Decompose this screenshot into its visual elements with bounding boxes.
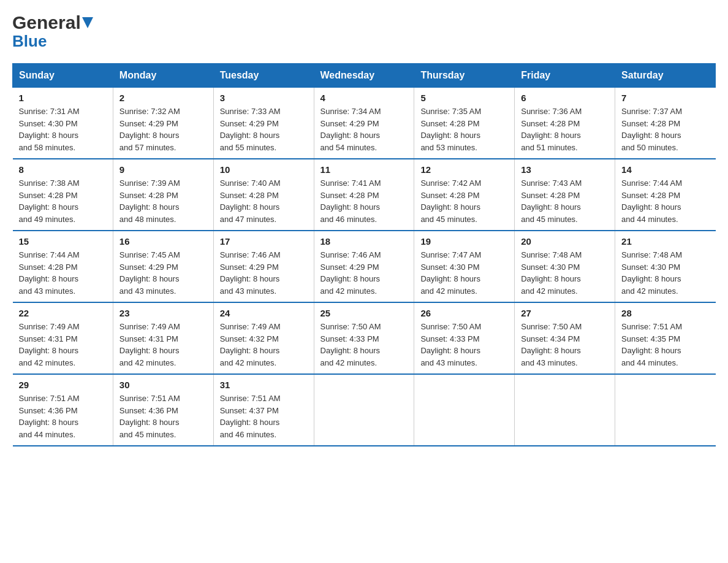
calendar-cell — [414, 374, 515, 446]
calendar-cell: 17 Sunrise: 7:46 AM Sunset: 4:29 PM Dayl… — [213, 231, 314, 302]
day-number: 12 — [420, 164, 508, 175]
calendar-cell: 16 Sunrise: 7:45 AM Sunset: 4:29 PM Dayl… — [113, 231, 213, 302]
day-number: 29 — [19, 380, 107, 390]
calendar-cell: 2 Sunrise: 7:32 AM Sunset: 4:29 PM Dayli… — [113, 88, 213, 159]
calendar-body: 1 Sunrise: 7:31 AM Sunset: 4:30 PM Dayli… — [13, 88, 716, 446]
day-info: Sunrise: 7:50 AM Sunset: 4:33 PM Dayligh… — [420, 322, 481, 367]
day-number: 16 — [119, 236, 207, 247]
calendar-cell: 27 Sunrise: 7:50 AM Sunset: 4:34 PM Dayl… — [515, 302, 615, 374]
day-header-friday: Friday — [515, 64, 615, 88]
day-number: 7 — [621, 93, 709, 103]
calendar-cell: 22 Sunrise: 7:49 AM Sunset: 4:31 PM Dayl… — [13, 302, 113, 374]
week-row-3: 15 Sunrise: 7:44 AM Sunset: 4:28 PM Dayl… — [13, 231, 716, 302]
day-number: 27 — [521, 308, 609, 318]
calendar-cell: 5 Sunrise: 7:35 AM Sunset: 4:28 PM Dayli… — [414, 88, 515, 159]
logo: General Blue — [12, 12, 93, 51]
logo-general-text: General — [12, 12, 81, 33]
calendar-cell: 20 Sunrise: 7:48 AM Sunset: 4:30 PM Dayl… — [515, 231, 615, 302]
logo-blue-text: Blue — [12, 32, 47, 51]
day-number: 23 — [119, 308, 207, 318]
page-header: General Blue — [12, 12, 716, 51]
week-row-1: 1 Sunrise: 7:31 AM Sunset: 4:30 PM Dayli… — [13, 88, 716, 159]
day-number: 30 — [119, 380, 207, 390]
day-info: Sunrise: 7:40 AM Sunset: 4:28 PM Dayligh… — [220, 178, 281, 224]
day-info: Sunrise: 7:38 AM Sunset: 4:28 PM Dayligh… — [19, 178, 80, 224]
day-info: Sunrise: 7:45 AM Sunset: 4:29 PM Dayligh… — [119, 250, 180, 296]
calendar-cell: 26 Sunrise: 7:50 AM Sunset: 4:33 PM Dayl… — [414, 302, 515, 374]
day-info: Sunrise: 7:44 AM Sunset: 4:28 PM Dayligh… — [621, 178, 682, 224]
day-number: 9 — [119, 164, 207, 175]
day-info: Sunrise: 7:51 AM Sunset: 4:37 PM Dayligh… — [220, 394, 281, 439]
day-number: 10 — [220, 164, 308, 175]
day-info: Sunrise: 7:51 AM Sunset: 4:36 PM Dayligh… — [119, 394, 180, 439]
day-info: Sunrise: 7:49 AM Sunset: 4:31 PM Dayligh… — [19, 322, 80, 367]
calendar-cell: 25 Sunrise: 7:50 AM Sunset: 4:33 PM Dayl… — [314, 302, 414, 374]
calendar-cell: 15 Sunrise: 7:44 AM Sunset: 4:28 PM Dayl… — [13, 231, 113, 302]
svg-marker-0 — [82, 17, 93, 28]
day-info: Sunrise: 7:35 AM Sunset: 4:28 PM Dayligh… — [420, 107, 481, 152]
day-info: Sunrise: 7:37 AM Sunset: 4:28 PM Dayligh… — [621, 107, 682, 152]
calendar-cell: 6 Sunrise: 7:36 AM Sunset: 4:28 PM Dayli… — [515, 88, 615, 159]
calendar-cell: 21 Sunrise: 7:48 AM Sunset: 4:30 PM Dayl… — [615, 231, 716, 302]
week-row-5: 29 Sunrise: 7:51 AM Sunset: 4:36 PM Dayl… — [13, 374, 716, 446]
day-info: Sunrise: 7:44 AM Sunset: 4:28 PM Dayligh… — [19, 250, 80, 296]
day-number: 17 — [220, 236, 308, 247]
calendar-cell: 11 Sunrise: 7:41 AM Sunset: 4:28 PM Dayl… — [314, 159, 414, 231]
day-header-wednesday: Wednesday — [314, 64, 414, 88]
day-info: Sunrise: 7:31 AM Sunset: 4:30 PM Dayligh… — [19, 107, 80, 152]
day-info: Sunrise: 7:50 AM Sunset: 4:34 PM Dayligh… — [521, 322, 582, 367]
calendar-cell: 29 Sunrise: 7:51 AM Sunset: 4:36 PM Dayl… — [13, 374, 113, 446]
calendar-cell: 9 Sunrise: 7:39 AM Sunset: 4:28 PM Dayli… — [113, 159, 213, 231]
day-number: 5 — [420, 93, 508, 103]
day-number: 28 — [621, 308, 709, 318]
day-header-tuesday: Tuesday — [213, 64, 314, 88]
day-number: 20 — [521, 236, 609, 247]
calendar-cell — [314, 374, 414, 446]
week-row-4: 22 Sunrise: 7:49 AM Sunset: 4:31 PM Dayl… — [13, 302, 716, 374]
calendar-cell: 19 Sunrise: 7:47 AM Sunset: 4:30 PM Dayl… — [414, 231, 515, 302]
day-number: 21 — [621, 236, 709, 247]
day-header-saturday: Saturday — [615, 64, 716, 88]
calendar-cell: 28 Sunrise: 7:51 AM Sunset: 4:35 PM Dayl… — [615, 302, 716, 374]
day-number: 26 — [420, 308, 508, 318]
calendar-header: SundayMondayTuesdayWednesdayThursdayFrid… — [13, 64, 716, 88]
day-info: Sunrise: 7:48 AM Sunset: 4:30 PM Dayligh… — [621, 250, 682, 296]
day-header-monday: Monday — [113, 64, 213, 88]
calendar-cell: 13 Sunrise: 7:43 AM Sunset: 4:28 PM Dayl… — [515, 159, 615, 231]
calendar-cell: 24 Sunrise: 7:49 AM Sunset: 4:32 PM Dayl… — [213, 302, 314, 374]
day-info: Sunrise: 7:36 AM Sunset: 4:28 PM Dayligh… — [521, 107, 582, 152]
day-info: Sunrise: 7:46 AM Sunset: 4:29 PM Dayligh… — [220, 250, 281, 296]
day-info: Sunrise: 7:46 AM Sunset: 4:29 PM Dayligh… — [320, 250, 381, 296]
day-info: Sunrise: 7:39 AM Sunset: 4:28 PM Dayligh… — [119, 178, 180, 224]
day-info: Sunrise: 7:50 AM Sunset: 4:33 PM Dayligh… — [320, 322, 381, 367]
day-number: 4 — [320, 93, 408, 103]
day-info: Sunrise: 7:41 AM Sunset: 4:28 PM Dayligh… — [320, 178, 381, 224]
day-info: Sunrise: 7:47 AM Sunset: 4:30 PM Dayligh… — [420, 250, 481, 296]
calendar-cell: 4 Sunrise: 7:34 AM Sunset: 4:29 PM Dayli… — [314, 88, 414, 159]
day-info: Sunrise: 7:34 AM Sunset: 4:29 PM Dayligh… — [320, 107, 381, 152]
day-info: Sunrise: 7:51 AM Sunset: 4:35 PM Dayligh… — [621, 322, 682, 367]
week-row-2: 8 Sunrise: 7:38 AM Sunset: 4:28 PM Dayli… — [13, 159, 716, 231]
calendar-cell: 31 Sunrise: 7:51 AM Sunset: 4:37 PM Dayl… — [213, 374, 314, 446]
days-of-week-row: SundayMondayTuesdayWednesdayThursdayFrid… — [13, 64, 716, 88]
day-number: 15 — [19, 236, 107, 247]
day-header-thursday: Thursday — [414, 64, 515, 88]
calendar-cell: 23 Sunrise: 7:49 AM Sunset: 4:31 PM Dayl… — [113, 302, 213, 374]
day-info: Sunrise: 7:43 AM Sunset: 4:28 PM Dayligh… — [521, 178, 582, 224]
day-number: 18 — [320, 236, 408, 247]
calendar-cell: 30 Sunrise: 7:51 AM Sunset: 4:36 PM Dayl… — [113, 374, 213, 446]
day-info: Sunrise: 7:51 AM Sunset: 4:36 PM Dayligh… — [19, 394, 80, 439]
day-info: Sunrise: 7:33 AM Sunset: 4:29 PM Dayligh… — [220, 107, 281, 152]
day-info: Sunrise: 7:49 AM Sunset: 4:31 PM Dayligh… — [119, 322, 180, 367]
calendar-cell: 3 Sunrise: 7:33 AM Sunset: 4:29 PM Dayli… — [213, 88, 314, 159]
day-number: 1 — [19, 93, 107, 103]
calendar-cell: 10 Sunrise: 7:40 AM Sunset: 4:28 PM Dayl… — [213, 159, 314, 231]
day-number: 13 — [521, 164, 609, 175]
day-number: 19 — [420, 236, 508, 247]
day-number: 11 — [320, 164, 408, 175]
day-info: Sunrise: 7:48 AM Sunset: 4:30 PM Dayligh… — [521, 250, 582, 296]
calendar-cell: 14 Sunrise: 7:44 AM Sunset: 4:28 PM Dayl… — [615, 159, 716, 231]
logo-arrow-icon — [82, 17, 93, 28]
calendar-table: SundayMondayTuesdayWednesdayThursdayFrid… — [12, 63, 716, 446]
day-number: 3 — [220, 93, 308, 103]
